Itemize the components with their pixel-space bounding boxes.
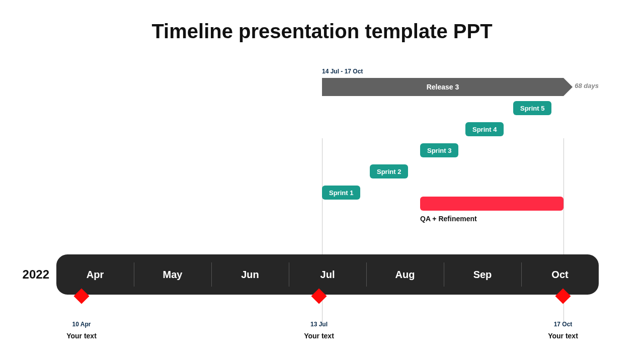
month-jun: Jun [211,254,289,295]
release-date-range: 14 Jul - 17 Oct [322,68,564,75]
milestone-2-date: 13 Jul [289,321,349,328]
month-sep: Sep [444,254,521,295]
milestone-2: 13 Jul Your text [289,291,349,340]
sprint-5: Sprint 5 [513,101,551,115]
timeline-row: 2022 Apr May Jun Jul Aug Sep Oct [0,254,644,295]
sprint-stack: Sprint 5 Sprint 4 Sprint 3 Sprint 2 Spri… [322,101,564,212]
milestone-3-text: Your text [533,332,593,340]
release-bar: Release 3 68 days [322,78,564,96]
sprint-4: Sprint 4 [465,122,504,136]
month-jul: Jul [289,254,366,295]
month-may: May [134,254,211,295]
year-label: 2022 [0,267,56,282]
month-oct: Oct [521,254,599,295]
month-aug: Aug [366,254,444,295]
milestone-1-date: 10 Apr [51,321,112,328]
page-title: Timeline presentation template PPT [0,0,644,43]
milestone-1-text: Your text [51,332,112,340]
sprint-2: Sprint 2 [370,164,408,178]
qa-bar [420,197,564,211]
release-name: Release 3 [427,83,459,91]
diamond-icon [73,288,89,304]
qa-label: QA + Refinement [420,215,477,223]
gantt-area: 14 Jul - 17 Oct Release 3 68 days Sprint… [322,68,564,254]
month-apr: Apr [56,254,134,295]
sprint-1: Sprint 1 [322,186,360,200]
diamond-icon [311,288,327,304]
sprint-3: Sprint 3 [420,143,458,157]
milestone-3: 17 Oct Your text [533,291,593,340]
milestone-2-text: Your text [289,332,349,340]
release-days-label: 68 days [575,82,599,89]
diamond-icon [555,288,571,304]
months-bar: Apr May Jun Jul Aug Sep Oct [56,254,599,295]
milestone-1: 10 Apr Your text [51,291,112,340]
milestone-3-date: 17 Oct [533,321,593,328]
milestones: 10 Apr Your text 13 Jul Your text 17 Oct… [56,291,599,351]
